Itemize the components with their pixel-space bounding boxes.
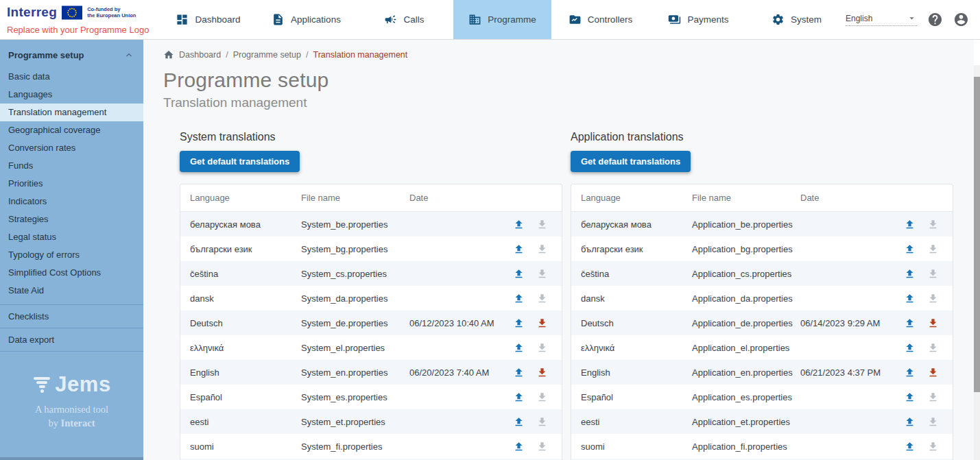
download-button xyxy=(531,337,552,358)
download-button xyxy=(922,387,943,407)
upload-button[interactable] xyxy=(508,337,529,358)
help-button[interactable] xyxy=(927,12,943,27)
upload-button[interactable] xyxy=(899,239,920,259)
account-button[interactable] xyxy=(953,12,969,27)
scrollbar-thumb[interactable] xyxy=(974,77,980,392)
upload-button[interactable] xyxy=(508,214,529,234)
download-button[interactable] xyxy=(531,313,552,333)
sidebar-item-priorities[interactable]: Priorities xyxy=(0,175,143,193)
sidebar-item-translation-management[interactable]: Translation management xyxy=(0,104,143,121)
language-cell: Deutsch xyxy=(190,318,301,328)
upload-button[interactable] xyxy=(508,387,529,407)
upload-button[interactable] xyxy=(508,288,529,308)
sidebar-item-strategies[interactable]: Strategies xyxy=(0,210,143,228)
upload-icon xyxy=(904,293,916,304)
nav-item-controllers[interactable]: Controllers xyxy=(551,0,649,39)
nav-item-calls[interactable]: Calls xyxy=(355,0,453,39)
get-default-translations-button[interactable]: Get default translations xyxy=(180,151,300,172)
sidebar-item-geographical-coverage[interactable]: Geographical coverage xyxy=(0,121,143,139)
download-button[interactable] xyxy=(531,362,552,383)
nav-item-label: Dashboard xyxy=(195,14,240,25)
applications-icon xyxy=(272,13,285,26)
nav-item-applications[interactable]: Applications xyxy=(257,0,355,39)
upload-button[interactable] xyxy=(899,362,920,383)
translations-table: LanguageFile nameDateбеларуская моваAppl… xyxy=(571,184,953,460)
table-row: češtinaApplication_cs.properties xyxy=(571,261,953,286)
language-cell: eesti xyxy=(581,417,692,427)
download-icon xyxy=(536,243,548,255)
download-button xyxy=(922,337,943,358)
download-icon xyxy=(927,243,939,255)
sidebar-item-state-aid[interactable]: State Aid xyxy=(0,282,143,300)
upload-button[interactable] xyxy=(508,263,529,284)
upload-button[interactable] xyxy=(899,436,920,457)
sidebar-item-basic-data[interactable]: Basic data xyxy=(0,68,143,86)
download-button xyxy=(922,411,943,432)
download-icon xyxy=(927,268,939,280)
calls-icon xyxy=(384,13,397,26)
download-button[interactable] xyxy=(922,313,943,333)
upload-button[interactable] xyxy=(899,263,920,284)
breadcrumb-items: Dashboard/Programme setup/Translation ma… xyxy=(179,50,407,60)
upload-button[interactable] xyxy=(899,313,920,333)
upload-button[interactable] xyxy=(899,387,920,407)
download-button xyxy=(531,288,552,308)
upload-icon xyxy=(513,268,525,280)
language-select[interactable]: English xyxy=(846,13,917,26)
upload-button[interactable] xyxy=(899,288,920,308)
sidebar-section-title: Programme setup xyxy=(8,50,84,60)
file-name-cell: Application_et.properties xyxy=(692,417,800,427)
table-row: български езикSystem_bg.properties xyxy=(180,237,562,261)
sidebar-item-simplified-cost-options[interactable]: Simplified Cost Options xyxy=(0,264,143,282)
upload-button[interactable] xyxy=(508,362,529,383)
nav-item-system[interactable]: System xyxy=(748,0,846,39)
sidebar-item-indicators[interactable]: Indicators xyxy=(0,193,143,210)
download-button xyxy=(922,214,943,234)
get-default-translations-button[interactable]: Get default translations xyxy=(571,151,691,172)
sidebar-item-checklists[interactable]: Checklists xyxy=(0,304,143,328)
upload-icon xyxy=(513,416,525,428)
upload-icon xyxy=(904,441,916,452)
sidebar-item-funds[interactable]: Funds xyxy=(0,157,143,175)
top-bar: Interreg Co-funded by the European Union… xyxy=(0,0,980,40)
home-icon[interactable] xyxy=(163,49,174,60)
upload-icon xyxy=(513,219,525,230)
sidebar-item-conversion-rates[interactable]: Conversion rates xyxy=(0,139,143,157)
table-row: suomiApplication_fi.properties xyxy=(571,434,953,459)
nav-item-dashboard[interactable]: Dashboard xyxy=(159,0,257,39)
sidebar-section-header[interactable]: Programme setup xyxy=(0,40,143,68)
sidebar-scrollbar[interactable] xyxy=(0,457,143,460)
download-button xyxy=(922,288,943,308)
download-icon xyxy=(927,317,939,329)
language-select-value: English xyxy=(846,14,872,23)
download-button[interactable] xyxy=(922,362,943,383)
breadcrumb-link-dashboard[interactable]: Dashboard xyxy=(179,50,221,60)
upload-button[interactable] xyxy=(508,313,529,333)
table-row: EnglishSystem_en.properties06/20/2023 7:… xyxy=(180,360,562,385)
file-name-cell: Application_bg.properties xyxy=(692,244,800,254)
date-cell: 06/21/2023 4:37 PM xyxy=(800,367,899,378)
upload-button[interactable] xyxy=(899,337,920,358)
table-row: češtinaSystem_cs.properties xyxy=(180,261,562,286)
download-button xyxy=(922,436,943,457)
file-name-cell: System_et.properties xyxy=(301,417,409,427)
download-button xyxy=(531,239,552,259)
nav-item-payments[interactable]: Payments xyxy=(649,0,748,39)
upload-button[interactable] xyxy=(899,214,920,234)
upload-button[interactable] xyxy=(508,411,529,432)
sidebar-item-languages[interactable]: Languages xyxy=(0,86,143,104)
date-cell: 06/14/2023 9:29 AM xyxy=(800,318,899,328)
table-row: suomiSystem_fi.properties xyxy=(180,434,562,459)
vertical-scrollbar[interactable] xyxy=(974,65,980,460)
nav-item-programme[interactable]: Programme xyxy=(453,0,551,39)
upload-icon xyxy=(513,243,525,255)
upload-icon xyxy=(904,268,916,280)
breadcrumb-link-programme-setup[interactable]: Programme setup xyxy=(233,50,301,60)
upload-button[interactable] xyxy=(508,239,529,259)
sidebar-item-typology-of-errors[interactable]: Typology of errors xyxy=(0,246,143,264)
upload-button[interactable] xyxy=(508,436,529,457)
upload-button[interactable] xyxy=(899,411,920,432)
table-row: danskSystem_da.properties xyxy=(180,286,562,311)
sidebar-item-data-export[interactable]: Data export xyxy=(0,328,143,351)
sidebar-item-legal-status[interactable]: Legal status xyxy=(0,228,143,246)
